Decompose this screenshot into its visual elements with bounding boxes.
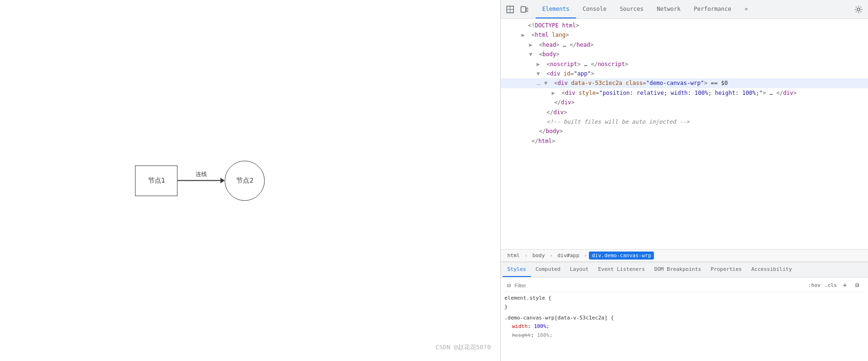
filter-add-btn[interactable]: + [841,281,849,290]
node-rect-1[interactable]: 节点1 [135,165,178,196]
toolbar-left [504,4,530,15]
styles-tab-accessibility[interactable]: Accessibility [746,262,796,277]
inspect-icon-btn[interactable] [504,4,516,15]
canvas-area: 节点1 连线 节点2 CSDN @赵花花5070 [0,0,500,361]
devtools-source[interactable]: <!DOCTYPE html> ▶ <html lang> ▶ <head> …… [501,19,868,249]
source-line[interactable]: <!DOCTYPE html> [501,21,868,30]
styles-tab-layout[interactable]: Layout [565,262,594,277]
source-line[interactable]: </html> [501,136,868,146]
styles-tabs: Styles Computed Layout Event Listeners D… [501,262,868,277]
edge-inner: 连线 [178,178,225,184]
styles-tab-styles[interactable]: Styles [503,262,531,277]
node-circle-2[interactable]: 节点2 [225,160,265,201]
source-line[interactable]: ▶ <head> … </head> [501,40,868,50]
device-toggle-btn[interactable] [519,4,530,15]
source-line[interactable]: <!-- built files will be auto injected -… [501,117,868,126]
node1-label: 节点1 [148,176,165,185]
source-line[interactable]: </div> [501,98,868,107]
source-line[interactable]: ▶ <noscript> … </noscript> [501,59,868,69]
source-line[interactable]: ▶ <html lang> [501,30,868,40]
edge-wrapper: 连线 [178,178,225,184]
edge-line [178,180,221,181]
edge-label: 连线 [196,170,207,178]
device-icon [521,6,528,13]
devtools-bottom: Styles Computed Layout Event Listeners D… [501,262,868,361]
tab-network[interactable]: Network [650,0,687,18]
edge-arrow [221,178,225,184]
devtools-breadcrumb: html › body › div#app › div.demo-canvas-… [501,249,868,262]
styles-content: ⊟ :hov .cls + ⊟ element.style { } .demo-… [501,277,868,361]
filter-cls[interactable]: .cls [825,281,837,290]
svg-rect-3 [521,7,526,12]
devtools-panel: Elements Console Sources Network Perform… [500,0,868,361]
css-rule-demo-canvas: .demo-canvas-wrp[data-v-53c1ec2a] { widt… [504,314,864,340]
filter-icon: ⊟ [507,281,511,290]
source-line-selected[interactable]: … ▼ <div data-v-53c1ec2a class="demo-can… [501,78,868,88]
styles-tab-event-listeners[interactable]: Event Listeners [593,262,649,277]
breadcrumb-html[interactable]: html [504,252,523,260]
node2-label: 节点2 [236,176,253,185]
css-rule-element-style: element.style { } [504,294,864,311]
source-line[interactable]: ▼ <div id="app"> [501,69,868,78]
settings-icon-btn[interactable] [853,4,864,15]
tab-elements[interactable]: Elements [536,0,576,18]
devtools-toolbar: Elements Console Sources Network Perform… [501,0,868,19]
svg-rect-4 [526,8,528,11]
inspect-icon [506,6,514,13]
tab-console[interactable]: Console [576,0,613,18]
breadcrumb-demo-canvas[interactable]: div.demo-canvas-wrp [589,252,654,260]
tab-more[interactable]: » [738,0,754,18]
breadcrumb-body[interactable]: body [529,252,548,260]
filter-menu-btn[interactable]: ⊟ [853,281,861,290]
filter-hov[interactable]: :hov [808,281,821,290]
settings-icon [854,5,863,14]
source-line[interactable]: </body> [501,126,868,136]
breadcrumb-app[interactable]: div#app [554,252,582,260]
devtools-tabs: Elements Console Sources Network Perform… [536,0,853,18]
styles-tab-computed[interactable]: Computed [531,262,565,277]
tab-sources[interactable]: Sources [613,0,650,18]
styles-tab-properties[interactable]: Properties [706,262,746,277]
watermark: CSDN @赵花花5070 [436,343,491,352]
source-line[interactable]: ▶ <div style="position: relative; width:… [501,88,868,98]
styles-filter-input[interactable] [514,283,804,288]
diagram-container: 节点1 连线 节点2 [135,160,265,201]
styles-tab-dom-breakpoints[interactable]: DOM Breakpoints [650,262,706,277]
svg-point-5 [857,8,860,11]
source-line[interactable]: </div> [501,108,868,117]
styles-filter-row: ⊟ :hov .cls + ⊟ [504,279,864,292]
tab-performance[interactable]: Performance [687,0,738,18]
source-line[interactable]: ▼ <body> [501,50,868,59]
